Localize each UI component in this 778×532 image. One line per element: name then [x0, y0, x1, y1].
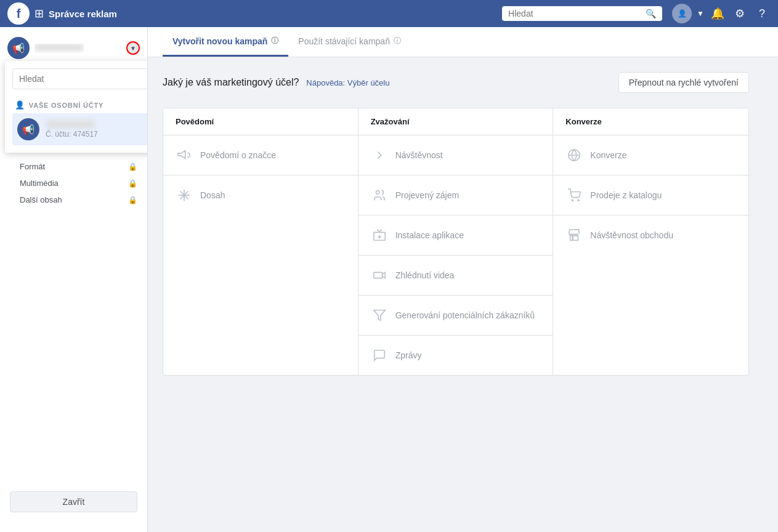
page-question-area: Jaký je váš marketingový účel? Nápověda:…	[163, 77, 389, 88]
account-dropdown-chevron[interactable]: ▼	[126, 41, 140, 55]
cursor-icon	[371, 147, 388, 164]
nav-right-controls: 👤 ▼ 🔔 ⚙ ?	[672, 4, 771, 23]
close-button[interactable]: Zavřít	[10, 491, 137, 512]
grid-icon[interactable]: ⊞	[34, 7, 44, 20]
video-icon	[371, 267, 388, 284]
main-wrapper: 📢 ▼ 👤 VAŠE OSOBNÍ ÚČTY 📢 Č. účtu:	[0, 27, 778, 532]
dropdown-search-input[interactable]	[12, 68, 148, 89]
snowflake-icon	[176, 187, 193, 204]
purpose-item-povedomí-o-znacce[interactable]: Povědomí o značce	[163, 135, 358, 175]
store-icon	[565, 227, 583, 244]
hint-link[interactable]: Nápověda: Výběr účelu	[306, 78, 389, 87]
purpose-label-zpravy: Zprávy	[395, 350, 422, 360]
purpose-label-video: Zhlédnutí videa	[395, 270, 455, 280]
purpose-label-prodeje: Prodeje z katalogu	[590, 190, 662, 200]
fast-create-button[interactable]: Přepnout na rychlé vytvoření	[618, 72, 749, 93]
blurred-dropdown-name	[46, 121, 95, 128]
col-header-povedomí: Povědomí	[163, 108, 358, 135]
purpose-label-povedomí: Povědomí o značce	[200, 150, 276, 160]
sidebar: 📢 ▼ 👤 VAŠE OSOBNÍ ÚČTY 📢 Č. účtu:	[0, 27, 148, 532]
purpose-item-prodeje-z-katalogu[interactable]: Prodeje z katalogu	[553, 175, 748, 216]
people-icon	[371, 187, 388, 204]
top-navigation: f ⊞ Správce reklam 🔍 👤 ▼ 🔔 ⚙ ?	[0, 0, 778, 27]
dropdown-account-icon: 📢	[17, 118, 39, 140]
purpose-item-konverze[interactable]: Konverze	[553, 135, 748, 175]
purpose-grid: Povědomí Povědomí o značce Dosah	[163, 108, 749, 376]
svg-rect-16	[573, 236, 578, 240]
megaphone-icon	[176, 147, 193, 164]
svg-point-4	[376, 191, 379, 195]
dropdown-account-item[interactable]: 📢 Č. účtu: 474517 ✓	[12, 113, 148, 145]
notifications-icon[interactable]: 🔔	[709, 5, 726, 22]
purpose-item-dosah[interactable]: Dosah	[163, 175, 358, 215]
nav-search-input[interactable]	[508, 9, 646, 18]
purpose-column-zvazovani: Zvažování Návštěvnost Projevený zájem	[359, 108, 554, 375]
purpose-label-navstevnost: Návštěvnost	[395, 150, 443, 160]
account-dropdown: 👤 VAŠE OSOBNÍ ÚČTY 📢 Č. účtu: 474517 ✓	[5, 61, 148, 153]
purpose-label-generovani: Generování potenciálních zákazníků	[395, 310, 535, 320]
facebook-logo: f	[7, 2, 30, 25]
dropdown-section-label: 👤 VAŠE OSOBNÍ ÚČTY	[12, 97, 148, 113]
purpose-label-instalace: Instalace aplikace	[395, 230, 464, 240]
purpose-column-povedomí: Povědomí Povědomí o značce Dosah	[163, 108, 359, 375]
sidebar-item-format[interactable]: Formát 🔒	[0, 158, 147, 175]
globe-icon	[565, 147, 583, 164]
purpose-label-konverze: Konverze	[590, 150, 626, 160]
purpose-item-projeveny-zajem[interactable]: Projevený zájem	[359, 175, 553, 216]
svg-marker-10	[373, 310, 384, 321]
purpose-label-navstevnost-obchodu: Návštěvnost obchodu	[590, 230, 673, 240]
sidebar-account-name	[34, 44, 84, 53]
sidebar-footer: Zavřít	[0, 482, 147, 522]
search-icon: 🔍	[646, 9, 656, 18]
lock-icon-dalsi: 🔒	[128, 196, 137, 204]
main-content: Vytvořit novou kampaň ⓘ Použít stávající…	[148, 27, 778, 532]
cart-icon	[565, 187, 583, 204]
purpose-label-dosah: Dosah	[200, 190, 225, 200]
tab-existing-campaign[interactable]: Použít stávající kampaň ⓘ	[288, 27, 411, 57]
speech-icon	[371, 347, 388, 364]
col-header-zvazovani: Zvažování	[359, 108, 553, 135]
purpose-item-navstevnost[interactable]: Návštěvnost	[359, 135, 553, 175]
tabs-bar: Vytvořit novou kampaň ⓘ Použít stávající…	[148, 27, 778, 57]
blurred-account-name	[34, 44, 84, 51]
dropdown-account-sub: Č. účtu: 474517	[46, 130, 148, 139]
funnel-icon	[371, 307, 388, 324]
dropdown-account-name	[46, 121, 148, 130]
box-icon	[371, 227, 388, 244]
settings-icon[interactable]: ⚙	[731, 5, 748, 22]
account-dropdown-arrow[interactable]: ▼	[697, 9, 704, 18]
purpose-column-konverze: Konverze Konverze Prodeje z katalogu	[553, 108, 748, 375]
svg-point-13	[572, 200, 573, 201]
content-inner: Jaký je váš marketingový účel? Nápověda:…	[148, 57, 764, 390]
purpose-item-instalace-aplikace[interactable]: Instalace aplikace	[359, 216, 553, 256]
tab-new-campaign[interactable]: Vytvořit novou kampaň ⓘ	[163, 27, 288, 57]
person-icon: 👤	[15, 100, 25, 110]
svg-rect-8	[373, 272, 382, 278]
app-title: Správce reklam	[49, 9, 502, 19]
purpose-label-projeveny-zajem: Projevený zájem	[395, 190, 460, 200]
user-avatar[interactable]: 👤	[672, 4, 692, 23]
col-header-konverze: Konverze	[553, 108, 748, 135]
nav-search-box[interactable]: 🔍	[502, 6, 662, 21]
sidebar-item-dalsi-obsah[interactable]: Další obsah 🔒	[0, 191, 147, 208]
page-header: Jaký je váš marketingový účel? Nápověda:…	[163, 72, 749, 93]
purpose-item-zpravy[interactable]: Zprávy	[359, 336, 553, 375]
lock-icon-multimedia: 🔒	[128, 179, 137, 188]
account-badge-icon: 📢	[7, 37, 30, 59]
lock-icon-format: 🔒	[128, 163, 137, 171]
tab-new-info-icon: ⓘ	[271, 36, 278, 46]
purpose-item-generovani[interactable]: Generování potenciálních zákazníků	[359, 296, 553, 336]
help-icon[interactable]: ?	[753, 5, 771, 22]
dropdown-account-info: Č. účtu: 474517	[46, 121, 148, 139]
purpose-item-navstevnost-obchodu[interactable]: Návštěvnost obchodu	[553, 216, 748, 255]
svg-rect-15	[570, 236, 573, 240]
page-question: Jaký je váš marketingový účel?	[163, 77, 299, 87]
tab-existing-info-icon: ⓘ	[394, 36, 401, 46]
sidebar-account-button[interactable]: 📢 ▼	[7, 37, 140, 59]
svg-point-14	[578, 200, 580, 201]
sidebar-item-multimedia[interactable]: Multimédia 🔒	[0, 175, 147, 191]
purpose-item-zhlédnutí-videa[interactable]: Zhlédnutí videa	[359, 256, 553, 296]
